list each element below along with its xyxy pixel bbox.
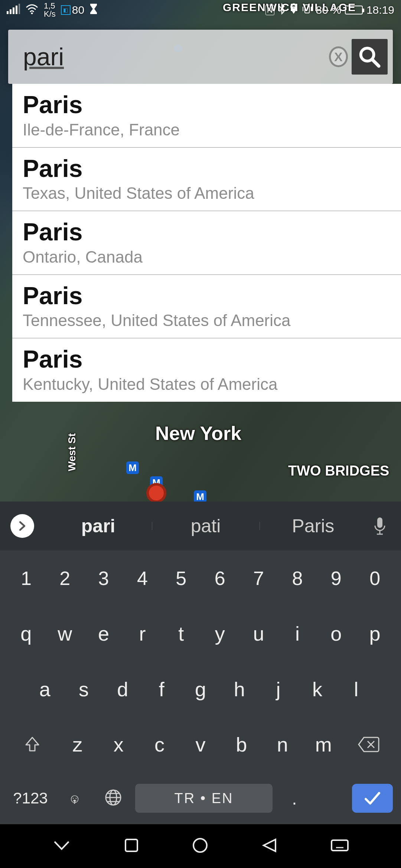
- triangle-back-icon: [261, 837, 278, 854]
- shift-icon: [23, 735, 42, 754]
- key-q[interactable]: q: [10, 613, 42, 654]
- key-e[interactable]: e: [87, 613, 120, 654]
- svg-rect-0: [7, 11, 9, 14]
- svg-rect-6: [305, 5, 309, 13]
- backspace-key[interactable]: [348, 724, 389, 765]
- keyboard-row-bottom: ?123 ☺ , TR • EN .: [0, 772, 401, 824]
- keyboard-suggestion-bar: pari pati Paris: [0, 502, 401, 550]
- search-suggestions: Paris Ile-de-France, France Paris Texas,…: [12, 84, 401, 402]
- nav-recents-button[interactable]: [123, 837, 140, 855]
- suggestion-subtitle: Kentucky, United States of America: [23, 375, 391, 394]
- svg-line-10: [372, 60, 379, 66]
- key-p[interactable]: p: [359, 613, 391, 654]
- key-6[interactable]: 6: [203, 558, 236, 599]
- suggestion-title: Paris: [23, 155, 391, 182]
- close-icon: X: [334, 50, 343, 64]
- key-1[interactable]: 1: [10, 558, 42, 599]
- key-k[interactable]: k: [301, 669, 333, 710]
- search-bar: X: [8, 30, 393, 84]
- nav-home-button[interactable]: [191, 836, 209, 856]
- period-key[interactable]: .: [278, 788, 311, 809]
- key-b[interactable]: b: [225, 724, 258, 765]
- expand-suggestions-button[interactable]: [10, 514, 34, 538]
- key-0[interactable]: 0: [359, 558, 391, 599]
- key-n[interactable]: n: [266, 724, 299, 765]
- key-y[interactable]: y: [203, 613, 236, 654]
- key-g[interactable]: g: [184, 669, 217, 710]
- suggestion-title: Paris: [23, 91, 391, 118]
- nav-back-button[interactable]: [261, 837, 278, 855]
- voice-input-button[interactable]: [367, 517, 393, 535]
- nav-hide-keyboard-button[interactable]: [52, 838, 72, 854]
- chevron-right-icon: [17, 521, 27, 531]
- hourglass-icon: [89, 4, 98, 17]
- enter-key[interactable]: [352, 784, 393, 813]
- key-8[interactable]: 8: [281, 558, 314, 599]
- svg-rect-1: [10, 9, 12, 14]
- suggestion-item[interactable]: Paris Tennessee, United States of Americ…: [12, 275, 401, 339]
- key-a[interactable]: a: [29, 669, 61, 710]
- status-bar: 1,5K/s ◧ 80 N 80 % 1: [0, 0, 401, 20]
- suggestion-item[interactable]: Paris Kentucky, United States of America: [12, 338, 401, 402]
- suggestion-item[interactable]: Paris Ontario, Canada: [12, 211, 401, 275]
- clear-search-button[interactable]: X: [329, 46, 348, 67]
- svg-point-16: [193, 839, 207, 852]
- comma-label: ,: [58, 786, 91, 806]
- map-label-twobridges: TWO BRIDGES: [288, 463, 389, 479]
- key-r[interactable]: r: [126, 613, 159, 654]
- key-m[interactable]: m: [307, 724, 340, 765]
- key-j[interactable]: j: [262, 669, 295, 710]
- suggestion-title: Paris: [23, 218, 391, 246]
- key-o[interactable]: o: [320, 613, 352, 654]
- svg-rect-17: [332, 840, 348, 851]
- battery-percent: 80 %: [316, 4, 341, 16]
- key-l[interactable]: l: [340, 669, 372, 710]
- bluetooth-icon: [278, 3, 286, 17]
- key-f[interactable]: f: [145, 669, 178, 710]
- key-d[interactable]: d: [106, 669, 139, 710]
- key-4[interactable]: 4: [126, 558, 159, 599]
- key-x[interactable]: x: [102, 724, 135, 765]
- keyboard-icon: [330, 838, 349, 853]
- emoji-key[interactable]: ☺ ,: [58, 791, 91, 806]
- key-7[interactable]: 7: [242, 558, 275, 599]
- search-input[interactable]: [23, 43, 329, 71]
- chevron-down-icon: [52, 838, 72, 853]
- search-icon: [358, 45, 381, 68]
- key-i[interactable]: i: [281, 613, 314, 654]
- keyboard-suggestion[interactable]: Paris: [260, 515, 367, 537]
- keyboard-suggestion[interactable]: pati: [152, 515, 259, 537]
- spacebar-key[interactable]: TR • EN: [135, 784, 273, 813]
- key-h[interactable]: h: [223, 669, 256, 710]
- search-button[interactable]: [352, 39, 388, 75]
- svg-rect-15: [125, 839, 137, 851]
- suggestion-subtitle: Ontario, Canada: [23, 248, 391, 266]
- circle-icon: [191, 836, 209, 854]
- key-9[interactable]: 9: [320, 558, 352, 599]
- key-z[interactable]: z: [61, 724, 94, 765]
- suggestion-item[interactable]: Paris Ile-de-France, France: [12, 84, 401, 148]
- key-s[interactable]: s: [68, 669, 100, 710]
- key-2[interactable]: 2: [49, 558, 81, 599]
- key-c[interactable]: c: [143, 724, 176, 765]
- keyboard: pari pati Paris 1 2 3 4 5 6 7 8 9 0 q w …: [0, 502, 401, 824]
- shift-key[interactable]: [12, 724, 53, 765]
- svg-rect-2: [13, 7, 14, 14]
- check-icon: [363, 791, 381, 806]
- key-5[interactable]: 5: [165, 558, 198, 599]
- nav-keyboard-button[interactable]: [330, 838, 349, 854]
- language-switch-key[interactable]: [97, 788, 130, 808]
- key-u[interactable]: u: [242, 613, 275, 654]
- key-v[interactable]: v: [184, 724, 217, 765]
- clock: 18:19: [366, 4, 394, 16]
- key-t[interactable]: t: [165, 613, 198, 654]
- keyboard-row-2: a s d f g h j k l: [0, 661, 401, 717]
- keyboard-suggestion[interactable]: pari: [45, 515, 152, 537]
- key-3[interactable]: 3: [87, 558, 120, 599]
- symbols-key[interactable]: ?123: [8, 789, 53, 807]
- key-w[interactable]: w: [49, 613, 81, 654]
- nfc-icon: N: [265, 5, 274, 15]
- metro-icon: M: [126, 461, 139, 474]
- suggestion-item[interactable]: Paris Texas, United States of America: [12, 148, 401, 211]
- suggestion-subtitle: Texas, United States of America: [23, 184, 391, 203]
